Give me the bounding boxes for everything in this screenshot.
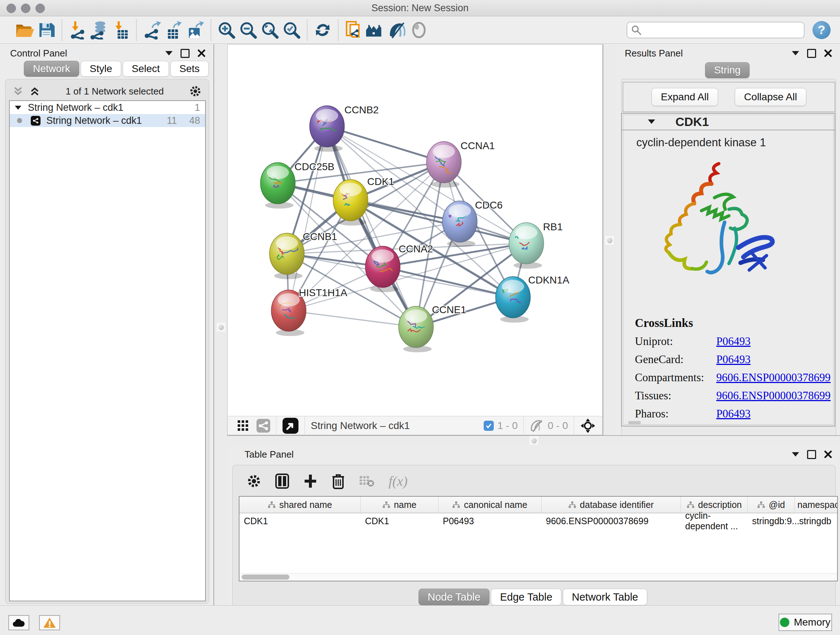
table-cell[interactable]: stringdb xyxy=(795,513,838,529)
help-button[interactable]: ? xyxy=(813,21,831,39)
export-image-button[interactable] xyxy=(185,19,206,41)
collapse-all-button[interactable]: Collapse All xyxy=(735,88,806,106)
crosslink-link[interactable]: P06493 xyxy=(716,353,751,366)
horizontal-splitter-handle[interactable] xyxy=(530,436,538,445)
crosslink-link[interactable]: 9606.ENSP00000378699 xyxy=(716,371,831,384)
birdseye-button[interactable] xyxy=(365,19,386,41)
edge-CCNB2-CCNA1[interactable] xyxy=(327,126,444,162)
zoom-in-button[interactable] xyxy=(216,19,237,41)
grid-view-icon[interactable] xyxy=(237,420,249,432)
table-cell[interactable]: cyclin-dependent ... xyxy=(681,513,748,529)
annotation-button[interactable] xyxy=(343,19,365,41)
save-session-button[interactable] xyxy=(35,19,57,41)
results-collapse-icon[interactable] xyxy=(792,51,799,55)
card-hscrollbar[interactable] xyxy=(628,421,641,424)
import-table-button[interactable] xyxy=(110,19,132,41)
birdseye-toggle-icon[interactable] xyxy=(282,417,299,434)
open-session-button[interactable] xyxy=(14,19,35,41)
expand-all-button[interactable]: Expand All xyxy=(652,88,718,106)
edge-CCNE1-HIST1H1A[interactable] xyxy=(289,310,416,327)
horizontal-splitter[interactable] xyxy=(227,435,840,445)
export-network-button[interactable] xyxy=(141,19,163,41)
collection-expand-icon[interactable] xyxy=(15,106,21,110)
node-CCNB1[interactable]: CCNB1 xyxy=(270,231,337,279)
cdk1-collapse-icon[interactable] xyxy=(648,119,655,124)
tab-network[interactable]: Network xyxy=(24,61,79,77)
tab-edge-table[interactable]: Edge Table xyxy=(491,589,561,605)
left-splitter-handle[interactable] xyxy=(217,323,225,332)
memory-button[interactable]: Memory xyxy=(778,614,832,631)
network-row-selected[interactable]: String Network – cdk1 11 48 xyxy=(10,114,205,127)
column-header-shared-name[interactable]: shared name xyxy=(240,497,361,513)
tab-node-table[interactable]: Node Table xyxy=(418,589,489,605)
network-graph[interactable]: CCNB2CCNA1CDC25BCDK1CDC6RB1CCNB1CCNA2CDK… xyxy=(227,44,602,416)
network-collection-row[interactable]: String Network – cdk1 1 xyxy=(10,101,205,114)
table-cell[interactable]: CDK1 xyxy=(361,513,439,529)
import-network-database-button[interactable] xyxy=(88,19,110,41)
import-network-file-button[interactable] xyxy=(66,19,88,41)
zoom-out-button[interactable] xyxy=(237,19,259,41)
network-canvas[interactable]: CCNB2CCNA1CDC25BCDK1CDC6RB1CCNB1CCNA2CDK… xyxy=(227,44,603,435)
column-header-name[interactable]: name xyxy=(361,497,439,513)
tab-network-table[interactable]: Network Table xyxy=(563,589,647,605)
table-close-icon[interactable] xyxy=(824,450,832,458)
node-CDKN1A[interactable]: CDKN1A xyxy=(496,274,569,323)
collapse-all-icon[interactable] xyxy=(13,87,24,96)
hide-selected-button[interactable] xyxy=(386,19,408,41)
table-cell[interactable]: CDK1 xyxy=(240,513,361,529)
node-CDC25B[interactable]: CDC25B xyxy=(261,161,334,209)
left-splitter[interactable] xyxy=(213,44,228,605)
node-label-CCNA2: CCNA2 xyxy=(399,243,433,255)
zoom-fit-button[interactable] xyxy=(259,19,281,41)
node-CCNB2[interactable]: CCNB2 xyxy=(309,104,379,152)
show-columns-icon[interactable] xyxy=(275,473,289,489)
node-HIST1H1A[interactable]: HIST1H1A xyxy=(271,287,347,336)
column-header-canonical-name[interactable]: canonical name xyxy=(439,497,542,513)
search-input[interactable] xyxy=(627,22,805,38)
tab-style[interactable]: Style xyxy=(81,61,121,77)
show-all-button[interactable] xyxy=(408,19,430,41)
column-header-namespac[interactable]: namespac xyxy=(795,497,838,513)
warnings-button[interactable] xyxy=(39,615,60,630)
column-header--id[interactable]: @id xyxy=(748,497,795,513)
float-panel-icon[interactable] xyxy=(180,49,189,58)
crosslink-link[interactable]: P06493 xyxy=(716,407,751,420)
table-row[interactable]: CDK1CDK1P064939606.ENSP00000378699cyclin… xyxy=(240,513,837,529)
column-header-database-identifier[interactable]: database identifier xyxy=(542,497,681,513)
results-close-icon[interactable] xyxy=(824,49,832,57)
node-RB1[interactable]: RB1 xyxy=(509,221,562,269)
collapse-panel-icon[interactable] xyxy=(165,51,172,55)
pan-crosshair-icon[interactable] xyxy=(580,418,596,434)
edge-CCNA2-CDKN1A[interactable] xyxy=(383,267,513,297)
node-CCNE1[interactable]: CCNE1 xyxy=(399,304,466,352)
tab-select[interactable]: Select xyxy=(123,61,169,77)
node-CCNA1[interactable]: CCNA1 xyxy=(426,140,495,187)
table-options-gear-icon[interactable] xyxy=(247,474,261,488)
tab-sets[interactable]: Sets xyxy=(171,61,209,77)
table-collapse-icon[interactable] xyxy=(792,452,799,456)
share-view-icon[interactable] xyxy=(256,419,270,432)
delete-column-icon[interactable] xyxy=(332,473,345,489)
right-splitter-handle[interactable] xyxy=(605,236,614,245)
right-splitter[interactable] xyxy=(603,44,617,435)
selected-nodes-checkbox[interactable] xyxy=(484,421,494,431)
table-hscrollbar[interactable] xyxy=(240,573,837,581)
expand-all-icon[interactable] xyxy=(29,87,40,96)
close-panel-icon[interactable] xyxy=(197,49,205,57)
table-float-icon[interactable] xyxy=(807,450,816,459)
table-cell[interactable]: P06493 xyxy=(439,513,542,529)
results-float-icon[interactable] xyxy=(807,49,816,58)
crosslink-link[interactable]: 9606.ENSP00000378699 xyxy=(716,389,831,402)
create-column-icon[interactable] xyxy=(303,473,317,489)
zoom-selected-button[interactable] xyxy=(281,19,302,41)
export-table-button[interactable] xyxy=(163,19,185,41)
cloud-button[interactable] xyxy=(8,615,29,630)
node-CDC6[interactable]: CDC6 xyxy=(442,200,502,247)
refresh-button[interactable] xyxy=(312,19,333,41)
options-gear-icon[interactable] xyxy=(189,85,202,97)
crosslink-link[interactable]: P06493 xyxy=(716,335,751,348)
table-cell[interactable]: 9606.ENSP00000378699 xyxy=(542,513,681,529)
table-cell[interactable]: stringdb:9... xyxy=(748,513,795,529)
tab-string[interactable]: String xyxy=(705,62,750,78)
node-table[interactable]: shared namenamecanonical namedatabase id… xyxy=(239,496,838,581)
